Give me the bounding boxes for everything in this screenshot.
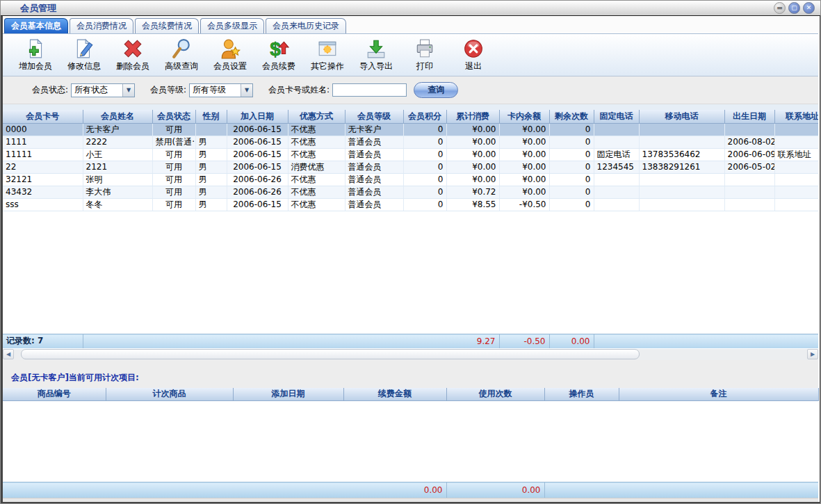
table-row[interactable]: 11111小王可用男2006-06-15不优惠普通会员0¥0.00¥0.000固… xyxy=(3,148,818,161)
import-export-icon xyxy=(366,38,387,59)
table-row[interactable]: 0000无卡客户可用2006-06-15不优惠无卡客户0¥0.00¥0.000 xyxy=(3,123,818,136)
tab-member-call-history[interactable]: 会员来电历史记录 xyxy=(266,18,346,33)
col-header-card-balance[interactable]: 卡内余额 xyxy=(499,110,549,123)
col-header-name[interactable]: 会员姓名 xyxy=(83,110,152,123)
record-count: 记录数: 7 xyxy=(3,334,83,348)
tab-member-renewal[interactable]: 会员续费情况 xyxy=(135,18,199,33)
advanced-search-button[interactable]: 高级查询 xyxy=(157,35,206,74)
dcol-header-remark[interactable]: 备注 xyxy=(619,388,818,401)
dcol-header-renew-amount[interactable]: 续费金额 xyxy=(343,388,446,401)
card-balance-sum: -0.50 xyxy=(499,334,549,348)
titlebar: 会员管理 ▬ ▢ ✕ xyxy=(1,1,820,16)
col-header-fixed-phone[interactable]: 固定电话 xyxy=(594,110,639,123)
chevron-down-icon[interactable]: ▼ xyxy=(241,84,252,97)
dcol-header-operator[interactable]: 操作员 xyxy=(544,388,619,401)
member-settings-button[interactable]: 会员设置 xyxy=(206,35,254,74)
member-renew-button[interactable]: $ 会员续费 xyxy=(254,35,303,74)
col-header-points[interactable]: 会员积分 xyxy=(403,110,446,123)
advanced-search-icon xyxy=(171,38,192,59)
search-label: 会员卡号或姓名: xyxy=(268,84,330,96)
col-header-join-date[interactable]: 加入日期 xyxy=(227,110,288,123)
col-header-contact-address[interactable]: 联系地址 xyxy=(774,110,818,123)
detail-title: 会员[无卡客户]当前可用计次项目: xyxy=(11,372,139,384)
scrollbar-thumb[interactable] xyxy=(21,349,640,359)
col-header-remaining-times[interactable]: 剩余次数 xyxy=(549,110,594,123)
scrollbar-track[interactable] xyxy=(14,349,807,359)
member-level-select[interactable]: 所有等级 ▼ xyxy=(189,83,253,97)
member-table: 会员卡号 会员姓名 会员状态 性别 加入日期 优惠方式 会员等级 会员积分 累计… xyxy=(3,110,818,334)
col-header-total-consumption[interactable]: 累计消费 xyxy=(446,110,499,123)
delete-member-button[interactable]: 删除会员 xyxy=(108,35,157,74)
toolbar: 增加会员 修改信息 删除会员 高级查询 会员设置 xyxy=(3,33,818,76)
svg-text:$: $ xyxy=(270,38,281,59)
delete-member-icon xyxy=(122,38,143,59)
window-controls: ▬ ▢ ✕ xyxy=(774,2,815,14)
detail-summary-bar: 0.00 0.00 xyxy=(3,482,818,498)
table-row[interactable]: sss冬冬可用男2006-06-15不优惠普通会员0¥8.55-¥0.500 xyxy=(3,198,818,211)
detail-header: 会员[无卡客户]当前可用计次项目: xyxy=(3,360,818,388)
renew-amount-sum: 0.00 xyxy=(343,482,446,498)
col-header-discount[interactable]: 优惠方式 xyxy=(288,110,345,123)
member-settings-icon xyxy=(220,38,241,59)
window-title: 会员管理 xyxy=(20,2,56,15)
add-member-button[interactable]: 增加会员 xyxy=(11,35,60,74)
tab-member-consumption[interactable]: 会员消费情况 xyxy=(70,18,133,33)
tab-member-multilevel[interactable]: 会员多级显示 xyxy=(200,18,264,33)
status-strip xyxy=(3,498,818,504)
summary-bar: 记录数: 7 9.27 -0.50 0.00 xyxy=(3,334,818,348)
member-renew-icon: $ xyxy=(268,38,289,59)
exit-icon xyxy=(463,38,484,59)
maximize-button[interactable]: ▢ xyxy=(788,2,800,14)
edit-info-button[interactable]: 修改信息 xyxy=(60,35,108,74)
scroll-left-arrow-icon[interactable]: ◀ xyxy=(3,349,14,359)
table-row[interactable]: 32121张明可用男2006-06-26不优惠普通会员0¥0.00¥0.000 xyxy=(3,173,818,186)
detail-header-row: 商品编号 计次商品 添加日期 续费金额 使用次数 操作员 备注 xyxy=(3,388,818,401)
print-icon xyxy=(414,38,435,59)
col-header-card-no[interactable]: 会员卡号 xyxy=(3,110,83,123)
col-header-mobile-phone[interactable]: 移动电话 xyxy=(639,110,724,123)
table-row[interactable]: 11112222禁用(普通·男2006-06-15不优惠普通会员0¥0.00¥0… xyxy=(3,136,818,148)
remaining-times-sum: 0.00 xyxy=(549,334,594,348)
member-status-label: 会员状态: xyxy=(32,84,68,96)
table-row[interactable]: 43432李大伟可用男2006-06-26不优惠普通会员0¥0.72¥0.000 xyxy=(3,186,818,198)
tab-bar: 会员基本信息 会员消费情况 会员续费情况 会员多级显示 会员来电历史记录 xyxy=(3,16,818,33)
col-header-birth-date[interactable]: 出生日期 xyxy=(724,110,774,123)
usage-times-sum: 0.00 xyxy=(446,482,544,498)
close-button[interactable]: ✕ xyxy=(803,2,815,14)
chevron-down-icon[interactable]: ▼ xyxy=(122,84,134,97)
exit-button[interactable]: 退出 xyxy=(449,35,498,74)
print-button[interactable]: 打印 xyxy=(400,35,449,74)
scroll-right-arrow-icon[interactable]: ▶ xyxy=(807,349,818,359)
member-level-label: 会员等级: xyxy=(150,84,186,96)
dcol-header-product-no[interactable]: 商品编号 xyxy=(3,388,106,401)
col-header-status[interactable]: 会员状态 xyxy=(152,110,195,123)
total-consumption-sum: 9.27 xyxy=(446,334,499,348)
col-header-level[interactable]: 会员等级 xyxy=(345,110,403,123)
detail-table: 商品编号 计次商品 添加日期 续费金额 使用次数 操作员 备注 xyxy=(3,388,819,402)
horizontal-scrollbar: ◀ ▶ xyxy=(3,348,818,360)
dcol-header-add-date[interactable]: 添加日期 xyxy=(233,388,343,401)
member-management-window: 会员管理 ▬ ▢ ✕ 会员基本信息 会员消费情况 会员续费情况 会员多级显示 会… xyxy=(0,0,821,504)
member-status-select[interactable]: 所有状态 ▼ xyxy=(71,83,135,97)
tab-member-basic-info[interactable]: 会员基本信息 xyxy=(4,18,68,33)
detail-table-body xyxy=(3,401,818,482)
query-button[interactable]: 查询 xyxy=(414,82,458,98)
search-input[interactable] xyxy=(332,83,407,97)
divider xyxy=(3,104,818,110)
dcol-header-usage-times[interactable]: 使用次数 xyxy=(446,388,544,401)
other-operations-icon xyxy=(317,38,338,59)
other-operations-button[interactable]: 其它操作 xyxy=(303,35,352,74)
add-member-icon xyxy=(25,38,46,59)
dcol-header-count-product[interactable]: 计次商品 xyxy=(106,388,233,401)
minimize-button[interactable]: ▬ xyxy=(774,2,786,14)
table-row[interactable]: 222121可用男2006-06-15消费优惠普通会员0¥0.00¥0.0001… xyxy=(3,161,818,173)
col-header-gender[interactable]: 性别 xyxy=(195,110,227,123)
table-header-row: 会员卡号 会员姓名 会员状态 性别 加入日期 优惠方式 会员等级 会员积分 累计… xyxy=(3,110,818,123)
edit-info-icon xyxy=(74,38,95,59)
filter-bar: 会员状态: 所有状态 ▼ 会员等级: 所有等级 ▼ 会员卡号或姓名: 查询 xyxy=(3,76,818,104)
import-export-button[interactable]: 导入导出 xyxy=(352,35,400,74)
